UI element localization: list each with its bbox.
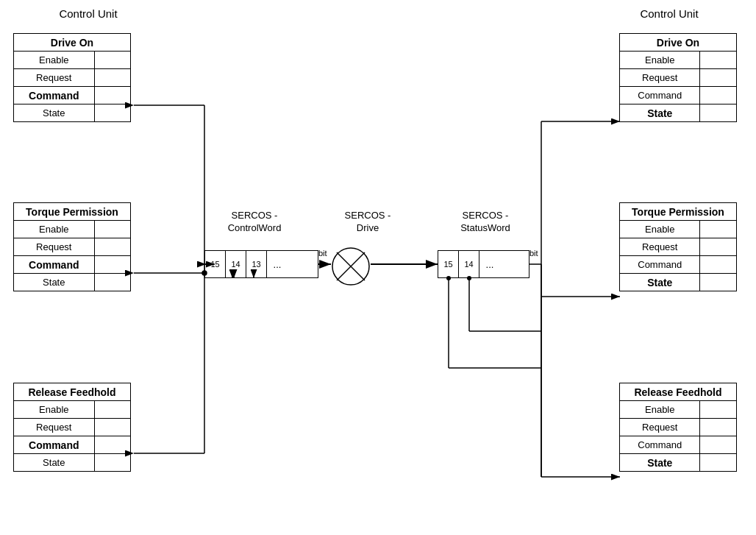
- left-torque-command: Command: [14, 256, 95, 274]
- right-feedhold-enable: Enable: [620, 401, 700, 419]
- left-feedhold-table: Release Feedhold Enable Request Command …: [13, 383, 131, 472]
- right-drive-on-enable: Enable: [620, 52, 700, 69]
- sercos-cw-bit-label: bit: [318, 249, 327, 258]
- left-torque-header: Torque Permission: [14, 203, 131, 221]
- sercos-statusword-box: 15 14 ...: [438, 250, 529, 278]
- left-feedhold-state: State: [14, 454, 95, 472]
- sercos-sw-dots: ...: [479, 251, 500, 277]
- left-feedhold-enable: Enable: [14, 401, 95, 419]
- sercos-cw-bit14: 14: [226, 251, 246, 277]
- sercos-sw-bit15: 15: [438, 251, 459, 277]
- right-feedhold-header: Release Feedhold: [620, 383, 737, 401]
- right-feedhold-command: Command: [620, 436, 700, 454]
- sercos-controlword-label: SERCOS -ControlWord: [210, 210, 299, 235]
- left-title: Control Unit: [15, 7, 162, 20]
- left-drive-on-state: State: [14, 104, 95, 122]
- right-drive-on-table: Drive On Enable Request Command State: [619, 33, 737, 122]
- left-drive-on-header: Drive On: [14, 34, 131, 52]
- left-drive-on-enable: Enable: [14, 52, 95, 69]
- sercos-cw-bit15: 15: [205, 251, 226, 277]
- right-drive-on-command: Command: [620, 87, 700, 104]
- left-feedhold-header: Release Feedhold: [14, 383, 131, 401]
- left-torque-request: Request: [14, 238, 95, 256]
- right-torque-command: Command: [620, 256, 700, 274]
- right-drive-on-request: Request: [620, 69, 700, 87]
- left-feedhold-request: Request: [14, 419, 95, 436]
- right-drive-on-state: State: [620, 104, 700, 122]
- right-drive-on-header: Drive On: [620, 34, 737, 52]
- page-container: Control Unit Control Unit Drive On Enabl…: [0, 0, 756, 535]
- right-torque-state: State: [620, 274, 700, 291]
- right-torque-request: Request: [620, 238, 700, 256]
- right-torque-header: Torque Permission: [620, 203, 737, 221]
- right-feedhold-request: Request: [620, 419, 700, 436]
- left-torque-table: Torque Permission Enable Request Command…: [13, 202, 131, 291]
- sercos-cw-dots: ...: [267, 251, 288, 277]
- right-title: Control Unit: [596, 7, 743, 20]
- left-feedhold-command: Command: [14, 436, 95, 454]
- sercos-drive-circle: [331, 247, 371, 286]
- sercos-drive-label: SERCOS -Drive: [335, 210, 401, 235]
- sercos-cw-bit13: 13: [246, 251, 267, 277]
- left-torque-state: State: [14, 274, 95, 291]
- left-drive-on-command: Command: [14, 87, 95, 104]
- right-feedhold-table: Release Feedhold Enable Request Command …: [619, 383, 737, 472]
- left-drive-on-request: Request: [14, 69, 95, 87]
- sercos-controlword-box: 15 14 13 ...: [204, 250, 318, 278]
- sercos-statusword-label: SERCOS -StatusWord: [441, 210, 529, 235]
- right-torque-enable: Enable: [620, 221, 700, 238]
- left-drive-on-table: Drive On Enable Request Command State: [13, 33, 131, 122]
- sercos-sw-bit-label: bit: [529, 249, 538, 258]
- sercos-sw-bit14: 14: [459, 251, 479, 277]
- right-feedhold-state: State: [620, 454, 700, 472]
- right-torque-table: Torque Permission Enable Request Command…: [619, 202, 737, 291]
- left-torque-enable: Enable: [14, 221, 95, 238]
